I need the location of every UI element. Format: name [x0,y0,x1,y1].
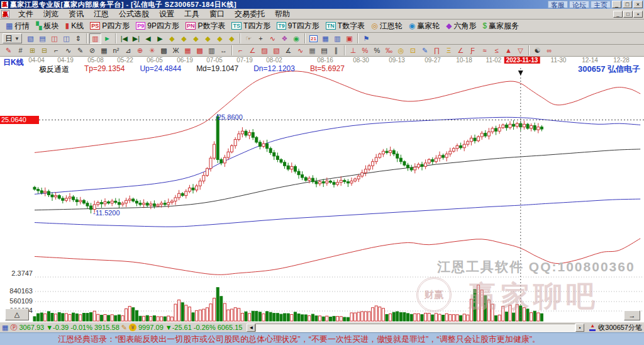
export-icon[interactable]: ⚑ [360,33,372,44]
titlebar-link-2[interactable]: 论坛 [569,1,589,8]
pct-strike-icon[interactable]: % [359,45,371,56]
menu-item-8[interactable]: 窗口 [204,8,230,20]
shade-box-icon[interactable]: ▩ [158,45,170,56]
p-table-button[interactable]: PNP数字表 [182,20,229,31]
curve-tool-icon[interactable]: ∿ [62,45,74,56]
zoom-left-icon[interactable]: ◆ [166,33,178,44]
kline-button[interactable]: ▮K线 [62,20,87,31]
zoom-right-icon[interactable]: ◆ [178,33,190,44]
play-flag-icon[interactable]: ► [101,33,113,44]
menu-item-6[interactable]: 设置 [154,8,179,20]
skip-last-icon[interactable]: ▶| [130,33,142,44]
titlebar-link-3[interactable]: 主页 [591,1,611,8]
service-button[interactable]: $赢家服务 [479,20,522,31]
angle2-icon[interactable]: ∡ [282,45,294,56]
gold-under-icon[interactable]: Ξ [443,45,455,56]
t-table-button[interactable]: TNT数字表 [323,20,368,31]
trend-mark-icon[interactable]: ∿ [267,33,279,44]
tri-down-icon[interactable]: ▽ [514,45,526,56]
pct-circle-icon[interactable]: ‰ [383,45,395,56]
ink-pen-icon[interactable]: ✎ [419,45,431,56]
flag-line-icon[interactable]: ⌐ [50,45,62,56]
hexagon-button[interactable]: ◆六角形 [443,20,479,31]
calculator-icon[interactable]: ▦ [319,33,331,44]
gann-base-icon[interactable]: ⊞ [26,45,38,56]
save-icon[interactable]: ▣ [343,33,355,44]
yinyang-icon[interactable]: ☯ [531,45,543,56]
k-mark-icon[interactable]: Ж [170,45,182,56]
child-restore-button[interactable]: □ [623,11,633,18]
menu-item-9[interactable]: 交易委托 [230,8,270,20]
expand-pane-button[interactable]: △ [5,308,29,320]
starburst-icon[interactable]: ✳ [146,45,158,56]
calendar-icon[interactable]: 21 [308,33,319,44]
scrollbar-right-arrow[interactable]: ▪ [575,324,584,332]
comb-grid-icon[interactable]: # [14,45,26,56]
box-top-icon[interactable]: ∏ [431,45,443,56]
boxes-icon[interactable]: ▤ [318,45,330,56]
kline-window-icon[interactable]: ▥ [89,33,101,44]
sectors-button[interactable]: ▚板块 [33,20,62,31]
info-panel-icon[interactable]: ▤ [36,33,48,44]
quote-grid-icon[interactable]: ▦ [2,324,8,332]
gold-box-icon[interactable]: ⊡ [407,45,419,56]
gann-wheel-button[interactable]: ◎江恩轮 [368,20,405,31]
le-angle-icon[interactable]: ≤ [491,45,502,56]
pen-tool-icon[interactable]: ✎ [3,45,14,56]
gold-circle-icon[interactable]: ◎ [395,45,407,56]
black-grid-icon[interactable]: ▥ [206,45,218,56]
zoom-out-icon[interactable]: ◆ [226,33,238,44]
cursor-angle-icon[interactable]: ⊿ [122,45,134,56]
child-minimize-button[interactable]: _ [613,11,623,18]
menu-item-5[interactable]: 公式选股 [114,8,154,20]
t-square-button[interactable]: TST四方形 [228,20,274,31]
kline-blue-icon[interactable]: ◫ [60,33,72,44]
dragon-icon[interactable]: ◉ [291,33,303,44]
wave-red-icon[interactable]: ∿ [294,45,306,56]
menu-item-10[interactable]: 帮助 [270,8,295,20]
next-bar-icon[interactable]: ▶ [154,33,166,44]
pen2-tool-icon[interactable]: ✎ [74,45,86,56]
period-dropdown[interactable]: 日▼ [3,33,22,43]
red-grid-icon[interactable]: ▦ [182,45,194,56]
winner-wheel-button[interactable]: ◉赢家轮 [406,20,443,31]
menu-item-2[interactable]: 浏览 [38,8,64,20]
target-red-icon[interactable]: ⊕ [134,45,146,56]
prev-bar-icon[interactable]: ◀ [142,33,154,44]
hand-icon[interactable]: ☞ [243,33,255,44]
approx-icon[interactable]: ≈ [479,45,491,56]
red-grid2-icon[interactable]: ▩ [194,45,206,56]
menu-item-1[interactable]: 文件 [13,8,38,20]
parallel-icon[interactable]: ∥ [330,45,342,56]
chart-style-icon[interactable]: ▧ [25,33,36,44]
minimize-button[interactable]: _ [612,1,621,8]
close-button[interactable]: × [633,1,643,8]
shade-red2-icon[interactable]: ▧ [270,45,282,56]
shade-red-icon[interactable]: ▨ [258,45,270,56]
fan-red-icon[interactable]: ∠ [247,45,258,56]
scroll-right-button[interactable]: → [624,310,640,320]
edit-icon[interactable]: ✎ [121,324,127,332]
restore-button[interactable]: □ [623,1,632,8]
candle-type-icon[interactable]: ⇕ [72,33,84,44]
circle-cut-icon[interactable]: ⊘ [86,45,98,56]
dense-grid-icon[interactable]: ▦ [98,45,110,56]
quotes-button[interactable]: ▦行情 [3,20,33,31]
p-square-button[interactable]: PSP四方形 [87,20,133,31]
scrollbar-left-arrow[interactable]: ◄ [247,324,255,332]
t9-square-button[interactable]: T99T四方形 [274,20,323,31]
gann-tag-icon[interactable]: ❖ [279,33,291,44]
menu-item-4[interactable]: 江恩 [89,8,114,20]
zoom-cross-icon[interactable]: ◆ [202,33,214,44]
skip-first-icon[interactable]: |◀ [118,33,130,44]
p9-square-button[interactable]: P99P四方形 [133,20,182,31]
span-arrows-icon[interactable]: ↔ [218,45,230,56]
angle-red-icon[interactable]: ∠ [455,45,467,56]
menu-item-3[interactable]: 资讯 [64,8,89,20]
titlebar-link-1[interactable]: 客服 [548,1,568,8]
pct-icon[interactable]: % [371,45,383,56]
box-corner-icon[interactable]: ⌐ [235,45,247,56]
kline-red-icon[interactable]: ◫ [48,33,60,44]
crosshair-icon[interactable]: + [255,33,267,44]
child-close-button[interactable]: × [633,11,643,18]
